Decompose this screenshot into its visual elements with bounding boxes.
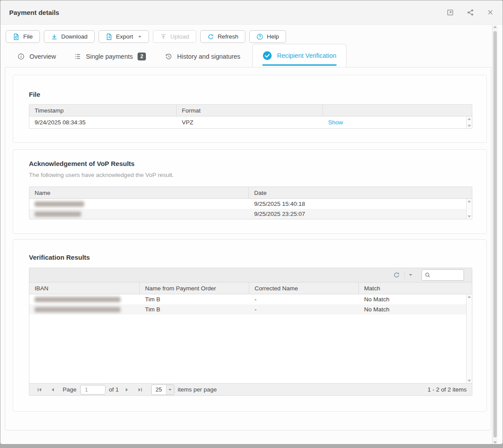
cell-match: No Match xyxy=(359,304,472,314)
cell-corrected-name: - xyxy=(249,304,359,314)
last-page-button[interactable] xyxy=(135,385,145,395)
cell-timestamp: 9/24/2025 08:34:35 xyxy=(29,116,177,128)
grid-search-box[interactable] xyxy=(422,269,464,281)
show-link[interactable]: Show xyxy=(328,119,343,126)
column-header-match[interactable]: Match xyxy=(359,282,472,294)
items-range-label: 1 - 2 of 2 items xyxy=(428,386,467,393)
help-button[interactable]: Help xyxy=(249,30,286,43)
search-icon xyxy=(425,272,431,278)
cell-name: Tim B xyxy=(140,304,249,314)
verification-table-scrollbar[interactable] xyxy=(466,294,472,383)
table-row[interactable]: 9/24/2025 08:34:35 VPZ Show xyxy=(29,116,472,128)
redacted-name xyxy=(35,212,81,217)
grid-refresh-button[interactable] xyxy=(390,270,404,280)
scroll-up-icon[interactable] xyxy=(468,200,471,202)
cell-corrected-name: - xyxy=(249,294,359,304)
cell-name-redacted xyxy=(29,209,249,219)
table-empty-area xyxy=(29,314,472,382)
export-caret-icon xyxy=(138,35,142,39)
help-icon xyxy=(256,33,263,40)
file-button-label: File xyxy=(23,33,33,40)
acknowledgement-subtitle: The following users have acknowledged th… xyxy=(29,172,174,178)
scroll-down-icon[interactable] xyxy=(468,215,471,218)
tab-single-payments[interactable]: Single payments 2 xyxy=(67,46,153,67)
window-scrollbar[interactable] xyxy=(492,25,498,444)
column-header-timestamp[interactable]: Timestamp xyxy=(29,105,177,116)
file-table: Timestamp Format 9/24/2025 08:34:35 VPZ … xyxy=(29,104,472,129)
cell-format: VPZ xyxy=(177,116,323,128)
tab-single-payments-label: Single payments xyxy=(86,53,133,60)
previous-page-button[interactable] xyxy=(48,385,57,395)
dialog-title: Payment details xyxy=(9,9,59,16)
column-header-format[interactable]: Format xyxy=(177,105,323,116)
scroll-down-icon[interactable] xyxy=(468,380,471,382)
scroll-up-icon[interactable] xyxy=(468,296,471,298)
redacted-name xyxy=(35,201,84,207)
tab-history-and-signatures[interactable]: History and signatures xyxy=(158,46,248,67)
pagination-bar: Page of 1 25 items per p xyxy=(29,383,472,395)
table-row[interactable]: Tim B - No Match xyxy=(29,304,472,314)
table-row[interactable]: 9/25/2025 15:40:18 xyxy=(29,199,472,209)
cell-iban-redacted xyxy=(29,304,140,314)
page-size-select[interactable]: 25 xyxy=(151,385,174,395)
scrollbar-thumb[interactable] xyxy=(493,31,497,437)
tab-recipient-verification[interactable]: Recipient Verification xyxy=(252,44,347,67)
cell-iban-redacted xyxy=(29,294,140,304)
refresh-button[interactable]: Refresh xyxy=(200,30,245,43)
search-input[interactable] xyxy=(432,272,459,279)
toolbar: File Download Export xyxy=(6,30,286,43)
file-section: File Timestamp Format 9/24/2025 08:34:35… xyxy=(13,75,487,143)
next-page-button[interactable] xyxy=(122,385,132,395)
download-button-label: Download xyxy=(61,33,88,40)
verification-table-header: IBAN Name from Payment Order Corrected N… xyxy=(29,282,472,294)
cell-match: No Match xyxy=(359,294,472,304)
ack-table-scrollbar[interactable] xyxy=(466,199,472,219)
open-in-new-window-icon[interactable] xyxy=(446,8,454,17)
verification-table-toolbar xyxy=(29,268,472,282)
acknowledgement-section: Acknowledgement of VoP Results The follo… xyxy=(13,149,487,234)
verification-section-title: Verification Results xyxy=(29,254,90,261)
cell-date: 9/25/2025 23:25:07 xyxy=(249,209,472,219)
column-header-corrected-name[interactable]: Corrected Name xyxy=(249,282,359,294)
scroll-down-icon[interactable] xyxy=(493,441,497,444)
share-icon[interactable] xyxy=(466,8,475,17)
column-header-action xyxy=(323,105,472,116)
grid-refresh-caret-icon[interactable] xyxy=(404,271,416,279)
table-row[interactable]: Tim B - No Match xyxy=(29,294,472,304)
table-row[interactable]: 9/25/2025 23:25:07 xyxy=(29,209,472,219)
verification-results-section: Verification Results xyxy=(13,239,487,412)
file-table-scrollbar[interactable] xyxy=(466,116,472,128)
scroll-down-icon[interactable] xyxy=(468,125,471,127)
file-button[interactable]: File xyxy=(6,30,40,43)
cell-name: Tim B xyxy=(140,294,249,304)
upload-icon xyxy=(160,33,167,40)
acknowledgement-section-title: Acknowledgement of VoP Results xyxy=(29,160,135,167)
tab-overview[interactable]: Overview xyxy=(11,46,63,67)
scroll-up-icon[interactable] xyxy=(468,118,471,120)
column-header-name-from-payment-order[interactable]: Name from Payment Order xyxy=(140,282,249,294)
export-button[interactable]: Export xyxy=(99,30,149,43)
column-header-date[interactable]: Date xyxy=(249,187,472,198)
tab-content-panel: File Timestamp Format 9/24/2025 08:34:35… xyxy=(5,67,491,430)
scroll-up-icon[interactable] xyxy=(493,26,497,28)
upload-button: Upload xyxy=(153,30,196,43)
page-number-input[interactable] xyxy=(80,385,106,395)
titlebar: Payment details xyxy=(0,0,503,25)
first-page-button[interactable] xyxy=(35,385,44,395)
history-icon xyxy=(165,53,172,60)
close-icon[interactable] xyxy=(486,8,495,17)
redacted-iban xyxy=(35,297,120,302)
download-button[interactable]: Download xyxy=(44,30,95,43)
help-button-label: Help xyxy=(267,33,279,40)
payment-details-dialog: Payment details xyxy=(0,0,503,444)
export-button-label: Export xyxy=(116,33,133,40)
tab-overview-label: Overview xyxy=(29,53,56,60)
info-icon xyxy=(18,53,25,60)
tab-recipient-verification-label: Recipient Verification xyxy=(277,52,336,59)
column-header-name[interactable]: Name xyxy=(29,187,249,198)
check-circle-icon xyxy=(262,51,272,60)
column-header-iban[interactable]: IBAN xyxy=(29,282,140,294)
refresh-button-label: Refresh xyxy=(218,33,238,40)
ack-table-header: Name Date xyxy=(29,187,472,199)
redacted-iban xyxy=(35,307,120,312)
